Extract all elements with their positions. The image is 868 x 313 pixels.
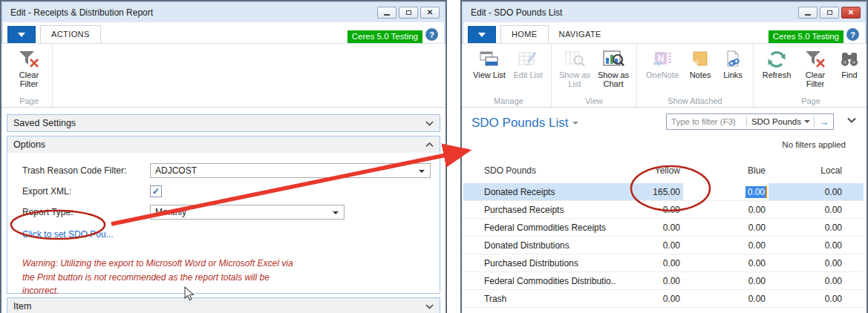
cell-name[interactable]: Trash xyxy=(463,290,616,308)
edit-selection[interactable]: 0.00 xyxy=(745,186,767,198)
group-label-page: Page xyxy=(10,96,48,107)
cell-yellow[interactable]: 0.00 xyxy=(616,290,683,308)
cell-name[interactable]: Purchased Distributions xyxy=(463,254,616,272)
cell-blue[interactable]: 0.00 xyxy=(683,219,769,237)
table-row[interactable]: Federal Commodities Receipts 0.00 0.00 0… xyxy=(463,219,864,237)
close-icon: ✕ xyxy=(427,9,433,16)
item-header[interactable]: Item xyxy=(7,298,440,313)
onenote-icon: N xyxy=(652,48,673,70)
edit-list-button[interactable]: Edit List xyxy=(509,47,546,79)
cell-yellow[interactable]: 0.00 xyxy=(616,272,683,290)
tab-actions[interactable]: ACTIONS xyxy=(40,25,101,43)
view-list-button[interactable]: View List xyxy=(471,47,508,79)
clear-filter-label: Clear Filter xyxy=(10,70,48,89)
tab-navigate[interactable]: NAVIGATE xyxy=(549,26,612,43)
filter-go-button[interactable]: → xyxy=(815,116,833,128)
table-row[interactable]: Federal Commodities Distributio... 0.00 … xyxy=(463,272,864,290)
chevron-down-icon[interactable] xyxy=(572,122,578,125)
titlebar[interactable]: Edit - Receipts & Distribution Report ✕ xyxy=(3,3,444,22)
column-header-yellow[interactable]: Yellow xyxy=(616,159,683,183)
window-title: Edit - SDO Pounds List xyxy=(471,7,798,18)
table-row[interactable]: Purchased Distributions 0.00 0.00 0.00 xyxy=(463,254,864,272)
cell-blue[interactable]: 0.00 xyxy=(683,272,769,290)
onenote-button[interactable]: N OneNote xyxy=(642,47,683,79)
cell-local[interactable]: 0.00 xyxy=(769,254,845,272)
cell-local[interactable]: 0.00 xyxy=(769,183,845,201)
restore-icon xyxy=(827,10,832,15)
refresh-button[interactable]: Refresh xyxy=(758,47,795,79)
chevron-down-icon[interactable] xyxy=(804,120,810,123)
options-header[interactable]: Options xyxy=(7,136,440,153)
cell-local[interactable]: 0.00 xyxy=(769,272,845,290)
saved-settings-header[interactable]: Saved Settings xyxy=(7,115,440,131)
filter-field-selector[interactable]: SDO Pounds xyxy=(747,117,804,126)
export-xml-checkbox[interactable]: ✓ xyxy=(150,185,162,197)
cell-yellow[interactable]: 165.00 xyxy=(616,183,683,201)
cell-name[interactable]: Donated Distributions xyxy=(463,237,616,254)
ribbon-group-page: Refresh Clear Filter xyxy=(754,44,868,107)
cell-local[interactable]: 0.00 xyxy=(769,201,845,219)
options-body: Trash Reason Code Filter: ADJCOST Export… xyxy=(7,153,440,293)
cell-yellow[interactable]: 0.00 xyxy=(616,254,683,272)
cell-name[interactable]: Donated Receipts xyxy=(463,183,616,201)
cell-blue[interactable]: 0.00 xyxy=(683,201,769,219)
column-header-blue[interactable]: Blue xyxy=(683,159,769,183)
clear-filter-button[interactable]: Clear Filter xyxy=(10,47,48,89)
table-row[interactable]: Purchased Receipts 0.00 0.00 0.00 xyxy=(463,201,864,219)
filter-input[interactable]: Type to filter (F3) xyxy=(667,117,746,126)
links-button[interactable]: Links xyxy=(717,47,748,79)
cell-blue-editing[interactable]: 0.00 xyxy=(683,183,769,201)
cell-name[interactable]: Federal Commodities Receipts xyxy=(463,219,616,237)
notes-label: Notes xyxy=(690,70,711,79)
cell-yellow[interactable]: 0.00 xyxy=(616,237,683,254)
column-header-sdo-pounds[interactable]: SDO Pounds xyxy=(463,159,616,183)
cell-name[interactable]: Purchased Receipts xyxy=(463,201,616,219)
cell-blue[interactable]: 0.00 xyxy=(683,237,769,254)
minimize-button[interactable] xyxy=(798,7,818,19)
ribbon-group-manage: View List Edit List xyxy=(466,44,552,107)
cell-yellow[interactable]: 0.00 xyxy=(616,201,683,219)
help-icon[interactable]: ? xyxy=(846,28,859,41)
close-button[interactable]: ✕ xyxy=(420,7,440,19)
clear-filter-button[interactable]: Clear Filter xyxy=(797,47,834,89)
fasttab-saved-settings: Saved Settings xyxy=(7,114,440,132)
column-header-local[interactable]: Local xyxy=(769,159,845,183)
show-as-list-icon xyxy=(564,48,585,70)
cell-blue[interactable]: 0.00 xyxy=(683,290,769,308)
cell-local[interactable]: 0.00 xyxy=(769,290,845,308)
chevron-down-icon xyxy=(425,121,434,126)
app-menu-button[interactable] xyxy=(468,26,496,43)
trash-reason-filter-combobox[interactable]: ADJCOST xyxy=(150,163,431,178)
cell-yellow[interactable]: 0.00 xyxy=(616,219,683,237)
find-button[interactable]: Find xyxy=(835,47,864,79)
dropdown-arrow-icon[interactable] xyxy=(333,211,339,214)
minimize-icon xyxy=(384,14,390,16)
page-title[interactable]: SDO Pounds List xyxy=(471,116,578,131)
table-row[interactable]: Donated Distributions 0.00 0.00 0.00 xyxy=(463,237,864,254)
minimize-button[interactable] xyxy=(377,7,397,19)
table-row[interactable]: Trash 0.00 0.00 0.00 xyxy=(463,290,864,308)
cell-local[interactable]: 0.00 xyxy=(769,237,845,254)
edit-list-icon xyxy=(518,48,538,70)
app-menu-button[interactable] xyxy=(7,26,36,43)
restore-button[interactable] xyxy=(820,7,839,19)
filter-pane-chevron[interactable] xyxy=(847,117,856,123)
report-type-combobox[interactable]: Monthly xyxy=(150,205,345,220)
restore-button[interactable] xyxy=(399,7,418,19)
tab-home[interactable]: HOME xyxy=(500,25,549,43)
dropdown-arrow-icon[interactable] xyxy=(419,170,425,173)
cell-blue[interactable]: 0.00 xyxy=(683,254,769,272)
help-icon[interactable]: ? xyxy=(425,28,438,41)
refresh-icon xyxy=(766,48,787,70)
close-button[interactable]: ✕ xyxy=(841,7,861,19)
table-row[interactable]: Donated Receipts 165.00 0.00 0.00 xyxy=(463,183,864,201)
fasttab-options: Options Trash Reason Code Filter: ADJCOS… xyxy=(7,136,440,294)
titlebar[interactable]: Edit - SDO Pounds List ✕ xyxy=(463,3,865,22)
cell-local[interactable]: 0.00 xyxy=(769,219,845,237)
show-as-list-button[interactable]: Show as List xyxy=(556,47,593,89)
notes-button[interactable]: Notes xyxy=(685,47,716,79)
show-as-chart-button[interactable]: Show as Chart xyxy=(595,47,632,89)
cell-name[interactable]: Federal Commodities Distributio... xyxy=(463,272,616,290)
set-sdo-pounds-link[interactable]: Click to set SDO Pou... xyxy=(22,229,114,240)
chevron-down-icon xyxy=(18,33,25,37)
